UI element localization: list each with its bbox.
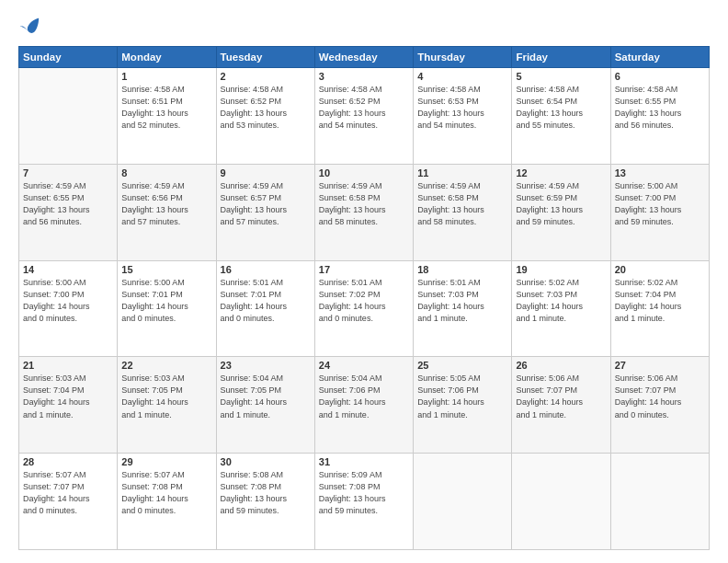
- day-info: Sunrise: 4:58 AMSunset: 6:51 PMDaylight:…: [121, 84, 211, 132]
- day-info: Sunrise: 5:03 AMSunset: 7:04 PMDaylight:…: [23, 373, 113, 420]
- day-cell: 20Sunrise: 5:02 AMSunset: 7:04 PMDayligh…: [610, 260, 709, 357]
- day-cell: 3Sunrise: 4:58 AMSunset: 6:52 PMDaylight…: [314, 68, 413, 165]
- day-info: Sunrise: 4:59 AMSunset: 6:59 PMDaylight:…: [516, 180, 606, 228]
- day-number: 29: [121, 456, 211, 467]
- header-cell-sunday: Sunday: [19, 47, 118, 68]
- day-number: 10: [319, 167, 409, 178]
- day-info: Sunrise: 5:00 AMSunset: 7:01 PMDaylight:…: [121, 277, 211, 325]
- day-cell: 9Sunrise: 4:59 AMSunset: 6:57 PMDaylight…: [216, 164, 314, 260]
- day-info: Sunrise: 5:02 AMSunset: 7:04 PMDaylight:…: [615, 277, 705, 325]
- day-info: Sunrise: 4:59 AMSunset: 6:57 PMDaylight:…: [221, 180, 311, 228]
- day-info: Sunrise: 5:08 AMSunset: 7:08 PMDaylight:…: [221, 469, 311, 517]
- day-cell: 11Sunrise: 4:59 AMSunset: 6:58 PMDayligh…: [414, 164, 512, 260]
- day-cell: 8Sunrise: 4:59 AMSunset: 6:56 PMDaylight…: [118, 164, 216, 260]
- day-number: 1: [121, 71, 211, 82]
- header-cell-friday: Friday: [512, 47, 610, 68]
- day-info: Sunrise: 5:00 AMSunset: 7:00 PMDaylight:…: [23, 277, 113, 325]
- header-cell-monday: Monday: [118, 47, 216, 68]
- day-number: 21: [23, 360, 113, 371]
- day-cell: 19Sunrise: 5:02 AMSunset: 7:03 PMDayligh…: [512, 260, 610, 357]
- day-info: Sunrise: 5:07 AMSunset: 7:07 PMDaylight:…: [23, 469, 113, 517]
- day-number: 8: [121, 167, 211, 178]
- day-number: 26: [516, 360, 606, 371]
- day-cell: 25Sunrise: 5:05 AMSunset: 7:06 PMDayligh…: [414, 357, 512, 454]
- day-cell: [414, 454, 512, 550]
- day-cell: [512, 454, 610, 550]
- day-info: Sunrise: 5:02 AMSunset: 7:03 PMDaylight:…: [516, 277, 606, 325]
- day-number: 30: [221, 456, 311, 467]
- week-row-5: 28Sunrise: 5:07 AMSunset: 7:07 PMDayligh…: [19, 454, 710, 550]
- day-info: Sunrise: 5:01 AMSunset: 7:03 PMDaylight:…: [417, 277, 507, 325]
- day-cell: 18Sunrise: 5:01 AMSunset: 7:03 PMDayligh…: [414, 260, 512, 357]
- day-cell: 2Sunrise: 4:58 AMSunset: 6:52 PMDaylight…: [216, 68, 314, 165]
- day-cell: 21Sunrise: 5:03 AMSunset: 7:04 PMDayligh…: [19, 357, 118, 454]
- day-info: Sunrise: 4:58 AMSunset: 6:52 PMDaylight:…: [319, 84, 409, 132]
- day-number: 12: [516, 167, 606, 178]
- day-number: 3: [319, 71, 409, 82]
- day-cell: 24Sunrise: 5:04 AMSunset: 7:06 PMDayligh…: [314, 357, 413, 454]
- header-cell-saturday: Saturday: [610, 47, 709, 68]
- day-cell: 15Sunrise: 5:00 AMSunset: 7:01 PMDayligh…: [118, 260, 216, 357]
- day-number: 19: [516, 264, 606, 275]
- day-cell: 16Sunrise: 5:01 AMSunset: 7:01 PMDayligh…: [216, 260, 314, 357]
- day-number: 31: [319, 456, 409, 467]
- header-row: SundayMondayTuesdayWednesdayThursdayFrid…: [19, 47, 710, 68]
- day-cell: 12Sunrise: 4:59 AMSunset: 6:59 PMDayligh…: [512, 164, 610, 260]
- day-cell: 31Sunrise: 5:09 AMSunset: 7:08 PMDayligh…: [314, 454, 413, 550]
- day-number: 16: [221, 264, 311, 275]
- header-cell-thursday: Thursday: [414, 47, 512, 68]
- day-info: Sunrise: 5:00 AMSunset: 7:00 PMDaylight:…: [615, 180, 705, 228]
- day-cell: 29Sunrise: 5:07 AMSunset: 7:08 PMDayligh…: [118, 454, 216, 550]
- day-info: Sunrise: 5:04 AMSunset: 7:06 PMDaylight:…: [319, 373, 409, 420]
- calendar-table: SundayMondayTuesdayWednesdayThursdayFrid…: [18, 46, 710, 550]
- day-number: 28: [23, 456, 113, 467]
- day-number: 6: [615, 71, 705, 82]
- week-row-2: 7Sunrise: 4:59 AMSunset: 6:55 PMDaylight…: [19, 164, 710, 260]
- day-cell: 5Sunrise: 4:58 AMSunset: 6:54 PMDaylight…: [512, 68, 610, 165]
- header: [18, 17, 710, 37]
- day-cell: 23Sunrise: 5:04 AMSunset: 7:05 PMDayligh…: [216, 357, 314, 454]
- day-number: 15: [121, 264, 211, 275]
- day-cell: 26Sunrise: 5:06 AMSunset: 7:07 PMDayligh…: [512, 357, 610, 454]
- day-number: 2: [221, 71, 311, 82]
- day-number: 4: [417, 71, 507, 82]
- day-cell: 1Sunrise: 4:58 AMSunset: 6:51 PMDaylight…: [118, 68, 216, 165]
- day-cell: 30Sunrise: 5:08 AMSunset: 7:08 PMDayligh…: [216, 454, 314, 550]
- day-info: Sunrise: 5:06 AMSunset: 7:07 PMDaylight:…: [516, 373, 606, 420]
- day-cell: 4Sunrise: 4:58 AMSunset: 6:53 PMDaylight…: [414, 68, 512, 165]
- day-cell: 10Sunrise: 4:59 AMSunset: 6:58 PMDayligh…: [314, 164, 413, 260]
- day-cell: 13Sunrise: 5:00 AMSunset: 7:00 PMDayligh…: [610, 164, 709, 260]
- day-number: 18: [417, 264, 507, 275]
- day-number: 5: [516, 71, 606, 82]
- calendar-header: SundayMondayTuesdayWednesdayThursdayFrid…: [19, 47, 710, 68]
- day-info: Sunrise: 5:05 AMSunset: 7:06 PMDaylight:…: [417, 373, 507, 420]
- day-number: 17: [319, 264, 409, 275]
- day-info: Sunrise: 4:58 AMSunset: 6:52 PMDaylight:…: [221, 84, 311, 132]
- logo: [18, 17, 40, 37]
- day-cell: 28Sunrise: 5:07 AMSunset: 7:07 PMDayligh…: [19, 454, 118, 550]
- day-cell: 27Sunrise: 5:06 AMSunset: 7:07 PMDayligh…: [610, 357, 709, 454]
- day-number: 27: [615, 360, 705, 371]
- day-cell: 14Sunrise: 5:00 AMSunset: 7:00 PMDayligh…: [19, 260, 118, 357]
- day-number: 23: [221, 360, 311, 371]
- day-cell: 17Sunrise: 5:01 AMSunset: 7:02 PMDayligh…: [314, 260, 413, 357]
- day-number: 11: [417, 167, 507, 178]
- day-info: Sunrise: 5:01 AMSunset: 7:02 PMDaylight:…: [319, 277, 409, 325]
- day-number: 14: [23, 264, 113, 275]
- day-info: Sunrise: 5:09 AMSunset: 7:08 PMDaylight:…: [319, 469, 409, 517]
- day-info: Sunrise: 4:59 AMSunset: 6:58 PMDaylight:…: [319, 180, 409, 228]
- week-row-1: 1Sunrise: 4:58 AMSunset: 6:51 PMDaylight…: [19, 68, 710, 165]
- day-number: 20: [615, 264, 705, 275]
- day-number: 22: [121, 360, 211, 371]
- day-info: Sunrise: 4:58 AMSunset: 6:55 PMDaylight:…: [615, 84, 705, 132]
- day-number: 24: [319, 360, 409, 371]
- day-info: Sunrise: 4:58 AMSunset: 6:54 PMDaylight:…: [516, 84, 606, 132]
- week-row-4: 21Sunrise: 5:03 AMSunset: 7:04 PMDayligh…: [19, 357, 710, 454]
- day-number: 7: [23, 167, 113, 178]
- header-cell-tuesday: Tuesday: [216, 47, 314, 68]
- day-info: Sunrise: 4:59 AMSunset: 6:56 PMDaylight:…: [121, 180, 211, 228]
- day-info: Sunrise: 4:59 AMSunset: 6:55 PMDaylight:…: [23, 180, 113, 228]
- day-number: 25: [417, 360, 507, 371]
- header-cell-wednesday: Wednesday: [314, 47, 413, 68]
- day-info: Sunrise: 4:58 AMSunset: 6:53 PMDaylight:…: [417, 84, 507, 132]
